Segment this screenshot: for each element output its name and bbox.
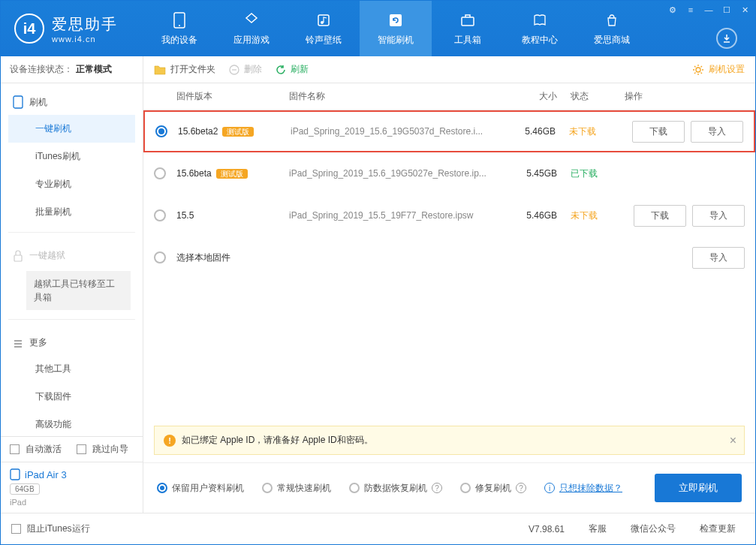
fw-version: 15.6beta <box>176 168 212 179</box>
import-button[interactable]: 导入 <box>692 247 745 269</box>
jailbreak-note: 越狱工具已转移至工具箱 <box>26 271 131 310</box>
app-subtitle: www.i4.cn <box>52 35 118 44</box>
phone-icon <box>170 11 188 29</box>
download-indicator-icon[interactable] <box>716 28 737 49</box>
import-button[interactable]: 导入 <box>692 205 745 227</box>
device-name[interactable]: iPad Air 3 <box>10 468 134 480</box>
firmware-row[interactable]: 15.5 iPad_Spring_2019_15.5_19F77_Restore… <box>143 194 755 236</box>
sidebar-item-itunes-flash[interactable]: iTunes刷机 <box>8 143 135 170</box>
sidebar-item-batch-flash[interactable]: 批量刷机 <box>8 198 135 226</box>
nav-label: 爱思商城 <box>594 34 630 47</box>
sidebar-item-download-fw[interactable]: 下载固件 <box>8 383 135 411</box>
sidebar-flash-head[interactable]: 刷机 <box>8 89 135 115</box>
nav-store[interactable]: 爱思商城 <box>576 1 648 56</box>
fw-name: iPad_Spring_2019_15.6_19G5037d_Restore.i… <box>291 126 495 137</box>
firmware-radio[interactable] <box>154 251 166 263</box>
app-header: i4 爱思助手 www.i4.cn 我的设备 应用游戏 铃声壁纸 智能刷机 工具… <box>1 1 755 56</box>
open-folder-button[interactable]: 打开文件夹 <box>154 63 215 76</box>
block-itunes-checkbox[interactable] <box>11 524 21 534</box>
delete-icon <box>229 65 239 75</box>
maximize-icon[interactable]: ☐ <box>721 4 733 16</box>
firmware-row[interactable]: 15.6beta2测试版 iPad_Spring_2019_15.6_19G50… <box>143 110 755 152</box>
menu-icon[interactable]: ⚙ <box>667 4 679 16</box>
nav-label: 应用游戏 <box>233 34 270 47</box>
download-button[interactable]: 下载 <box>632 121 685 143</box>
svg-rect-7 <box>14 255 22 261</box>
download-button[interactable]: 下载 <box>634 205 686 227</box>
gear-icon <box>692 64 704 76</box>
nav-label: 工具箱 <box>454 34 481 47</box>
sidebar: 设备连接状态：正常模式 刷机 一键刷机 iTunes刷机 专业刷机 批量刷机 一… <box>1 56 143 513</box>
opt-keep-data[interactable]: 保留用户资料刷机 <box>157 482 244 495</box>
wechat-link[interactable]: 微信公众号 <box>622 522 685 535</box>
import-button[interactable]: 导入 <box>691 121 743 143</box>
fw-version: 15.5 <box>176 210 194 221</box>
warning-icon: ! <box>164 435 176 447</box>
sidebar-item-oneclick-flash[interactable]: 一键刷机 <box>8 115 135 143</box>
toolbar: 打开文件夹 删除 刷新 刷机设置 <box>143 56 755 83</box>
support-link[interactable]: 客服 <box>580 522 616 535</box>
close-icon[interactable]: ✕ <box>739 4 751 16</box>
nav-my-device[interactable]: 我的设备 <box>143 1 215 56</box>
sidebar-item-advanced[interactable]: 高级功能 <box>8 411 135 436</box>
device-storage: 64GB <box>10 483 40 495</box>
app-title: 爱思助手 <box>52 14 118 35</box>
ipad-icon <box>10 468 20 480</box>
erase-link[interactable]: i只想抹除数据？ <box>544 482 622 495</box>
svg-point-1 <box>179 25 180 26</box>
skip-guide-checkbox[interactable] <box>77 444 86 454</box>
svg-point-14 <box>696 68 700 72</box>
fw-name: iPad_Spring_2019_15.6_19G5027e_Restore.i… <box>289 168 497 179</box>
alert-banner: ! 如已绑定 Apple ID，请准备好 Apple ID和密码。 × <box>154 426 745 455</box>
auto-activate-label: 自动激活 <box>26 443 62 456</box>
opt-anti-recovery[interactable]: 防数据恢复刷机? <box>349 482 442 495</box>
nav-ringtones[interactable]: 铃声壁纸 <box>288 1 360 56</box>
th-version: 固件版本 <box>176 90 289 103</box>
firmware-row[interactable]: 15.6beta测试版 iPad_Spring_2019_15.6_19G502… <box>143 152 755 194</box>
svg-point-3 <box>321 21 324 24</box>
music-icon <box>315 11 333 29</box>
sidebar-more-head[interactable]: 更多 <box>8 330 135 355</box>
nav-tutorials[interactable]: 教程中心 <box>504 1 576 56</box>
device-info: iPad Air 3 64GB iPad <box>1 462 143 513</box>
info-icon: i <box>544 483 555 493</box>
fw-status: 未下载 <box>557 209 617 222</box>
folder-icon <box>154 65 166 75</box>
opt-repair[interactable]: 修复刷机? <box>460 482 526 495</box>
flash-settings-button[interactable]: 刷机设置 <box>692 63 745 76</box>
opt-normal[interactable]: 常规快速刷机 <box>262 482 331 495</box>
auto-activate-row: 自动激活 跳过向导 <box>1 437 143 462</box>
minimize-icon[interactable]: — <box>703 4 715 16</box>
flash-now-button[interactable]: 立即刷机 <box>655 474 742 502</box>
fw-version: 选择本地固件 <box>176 252 230 263</box>
table-header: 固件版本 固件名称 大小 状态 操作 <box>143 83 755 110</box>
nav-smart-flash[interactable]: 智能刷机 <box>360 1 432 56</box>
logo-area: i4 爱思助手 www.i4.cn <box>1 1 143 56</box>
auto-activate-checkbox[interactable] <box>10 444 20 454</box>
fw-status: 已下载 <box>557 167 617 180</box>
firmware-radio[interactable] <box>154 167 166 179</box>
nav-toolbox[interactable]: 工具箱 <box>432 1 504 56</box>
firmware-list: 15.6beta2测试版 iPad_Spring_2019_15.6_19G50… <box>143 110 755 426</box>
svg-rect-5 <box>462 17 474 26</box>
sidebar-item-other-tools[interactable]: 其他工具 <box>8 355 135 383</box>
help-icon[interactable]: ? <box>516 483 526 493</box>
nav-tabs: 我的设备 应用游戏 铃声壁纸 智能刷机 工具箱 教程中心 爱思商城 <box>143 1 755 56</box>
fw-name: iPad_Spring_2019_15.5_19F77_Restore.ipsw <box>289 210 497 221</box>
check-update-link[interactable]: 检查更新 <box>691 522 745 535</box>
nav-apps[interactable]: 应用游戏 <box>215 1 288 56</box>
th-action: 操作 <box>617 90 745 103</box>
fw-size: 5.46GB <box>495 126 556 137</box>
nav-label: 铃声壁纸 <box>306 34 342 47</box>
refresh-icon <box>276 65 286 75</box>
help-icon[interactable]: ? <box>432 483 442 493</box>
firmware-radio[interactable] <box>155 125 167 137</box>
logo-icon: i4 <box>14 14 44 44</box>
list-icon[interactable]: ≡ <box>685 4 697 16</box>
delete-button[interactable]: 删除 <box>229 63 262 76</box>
firmware-radio[interactable] <box>154 209 166 221</box>
sidebar-item-pro-flash[interactable]: 专业刷机 <box>8 170 135 198</box>
alert-close-icon[interactable]: × <box>730 434 736 447</box>
refresh-button[interactable]: 刷新 <box>276 63 309 76</box>
firmware-row-local[interactable]: 选择本地固件 导入 <box>143 236 755 279</box>
